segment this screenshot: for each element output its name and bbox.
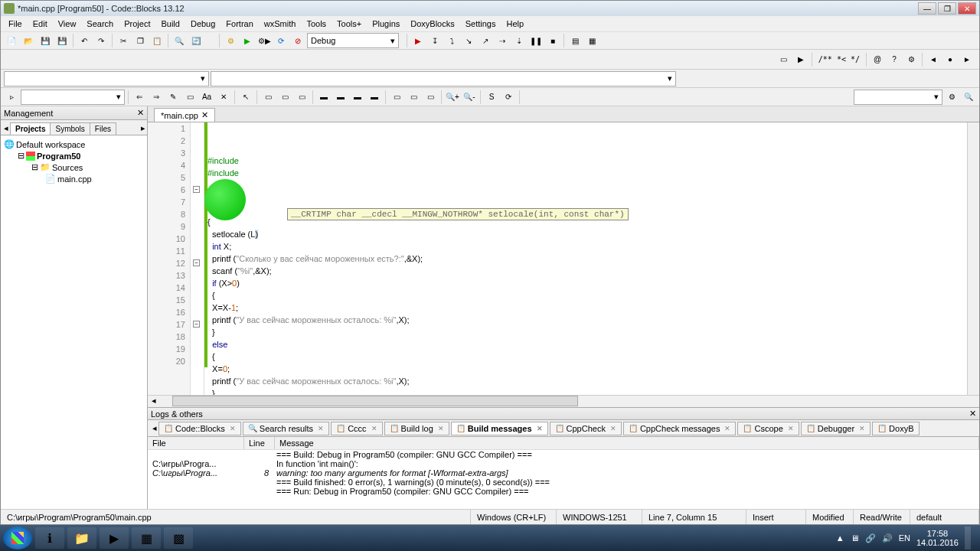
logs-col-file[interactable]: File [148, 437, 244, 449]
menu-wxsmith[interactable]: wxSmith [260, 18, 301, 30]
management-tab-nav-right[interactable]: ▸ [139, 122, 147, 135]
management-close-icon[interactable]: ✕ [137, 108, 144, 118]
task-widget-icon[interactable]: ▦ [132, 527, 161, 549]
doxy-icon[interactable]: ▭ [776, 52, 792, 67]
nav-back-button[interactable]: ◄ [926, 52, 941, 67]
menu-debug[interactable]: Debug [186, 18, 220, 30]
menu-doxyblocks[interactable]: DoxyBlocks [406, 18, 459, 30]
menu-search[interactable]: Search [82, 18, 118, 30]
return-block-icon[interactable]: ▭ [423, 90, 438, 105]
step-into-instr-button[interactable]: ⇣ [511, 33, 527, 48]
log-tab-buildmsg[interactable]: 📋Build messages✕ [451, 422, 548, 435]
cursor-icon[interactable]: ↖ [238, 90, 253, 105]
task-codeblocks-icon[interactable]: ▩ [164, 527, 193, 549]
info-button[interactable]: ▦ [584, 33, 599, 48]
log-tab-cppcheckmsg[interactable]: 📋CppCheck messages✕ [623, 422, 737, 435]
logs-close-icon[interactable]: ✕ [969, 409, 976, 419]
toggle-source-icon[interactable]: ▹ [4, 90, 19, 105]
search-icon[interactable]: 🔍 [961, 90, 976, 105]
build-run-button[interactable]: ⚙▶ [256, 33, 272, 48]
paste-button[interactable]: 📋 [149, 33, 165, 48]
logs-col-message[interactable]: Message [275, 437, 979, 449]
cut-button[interactable]: ✂ [116, 33, 131, 48]
doxy-help-icon[interactable]: ? [887, 52, 902, 67]
task-explorer-icon[interactable]: 📁 [67, 527, 96, 549]
editor-tab-close-icon[interactable]: ✕ [201, 110, 208, 120]
highlight-icon[interactable]: ✎ [165, 90, 181, 105]
tray-sound-icon[interactable]: 🔊 [882, 533, 893, 543]
open-button[interactable]: 📂 [21, 33, 36, 48]
run-to-cursor-button[interactable]: ↧ [427, 33, 443, 48]
gear-icon[interactable]: ⚙ [944, 90, 959, 105]
log-tab-cppcheck[interactable]: 📋CppCheck✕ [550, 422, 622, 435]
minimize-button[interactable]: — [918, 2, 936, 15]
scope-combo[interactable]: ▾ [4, 71, 209, 86]
copy-button[interactable]: ❐ [132, 33, 148, 48]
logs-tab-nav-left[interactable]: ◂ [151, 422, 158, 435]
horizontal-scrollbar[interactable]: ◂ [148, 395, 979, 407]
step-into-button[interactable]: ↘ [461, 33, 476, 48]
doxy-settings-icon[interactable]: ⚙ [903, 52, 919, 67]
nav-last-button[interactable]: ● [942, 52, 958, 67]
function-combo[interactable]: ▾ [211, 71, 676, 86]
fold-box-6[interactable]: − [193, 186, 200, 193]
tray-lang[interactable]: EN [899, 533, 910, 543]
close-button[interactable]: ✕ [958, 2, 976, 15]
save-button[interactable]: 💾 [38, 33, 53, 48]
build-button[interactable]: ⚙ [223, 33, 238, 48]
tree-sources[interactable]: ⊟📁Sources [4, 161, 144, 173]
jump-combo[interactable]: ▾ [21, 90, 125, 105]
project-tree[interactable]: 🌐Default workspace ⊟Program50 ⊟📁Sources … [1, 135, 147, 509]
menu-tools[interactable]: Tools [302, 18, 331, 30]
tab-projects[interactable]: Projects [10, 122, 51, 135]
tray-clock[interactable]: 17:58 14.01.2016 [916, 529, 959, 547]
tray-monitor-icon[interactable]: 🖥 [851, 533, 859, 543]
tab-symbols[interactable]: Symbols [50, 122, 90, 135]
log-tab-cccc[interactable]: 📋Cccc✕ [331, 422, 382, 435]
menu-settings[interactable]: Settings [461, 18, 501, 30]
clear-icon[interactable]: ✕ [216, 90, 231, 105]
maximize-button[interactable]: ❐ [938, 2, 956, 15]
logs-body[interactable]: File Line Message === Build: Debug in Pr… [148, 437, 979, 509]
menu-project[interactable]: Project [119, 18, 155, 30]
build-target-combo[interactable]: Debug▾ [307, 33, 399, 48]
show-desktop-button[interactable] [965, 527, 971, 549]
nav-forward-button[interactable]: ► [959, 52, 975, 67]
debug-windows-button[interactable]: ▤ [567, 33, 583, 48]
find-button[interactable]: 🔍 [172, 33, 187, 48]
fold-column[interactable]: − − − [191, 122, 204, 395]
layout4-icon[interactable]: ▬ [367, 90, 382, 105]
stop-debugger-button[interactable]: ■ [545, 33, 560, 48]
logs-col-line[interactable]: Line [244, 437, 275, 449]
replace-button[interactable]: 🔄 [188, 33, 204, 48]
select-icon[interactable]: ▭ [182, 90, 198, 105]
log-tab-doxy[interactable]: 📋DoxyB [872, 422, 919, 435]
save-all-button[interactable]: 💾 [54, 33, 70, 48]
tab-files[interactable]: Files [90, 122, 116, 135]
s-icon[interactable]: S [484, 90, 499, 105]
code-content[interactable]: #include #include int main (){ setlocale… [207, 122, 967, 395]
menu-fortran[interactable]: Fortran [221, 18, 257, 30]
break-block-icon[interactable]: ▭ [389, 90, 404, 105]
task-media-icon[interactable]: ▶ [100, 527, 129, 549]
layout1-icon[interactable]: ▬ [316, 90, 332, 105]
continue-block-icon[interactable]: ▭ [406, 90, 421, 105]
menu-build[interactable]: Build [156, 18, 184, 30]
menu-toolsplus[interactable]: Tools+ [332, 18, 366, 30]
refresh-icon[interactable]: ⟳ [501, 90, 516, 105]
widget3-icon[interactable]: ▭ [294, 90, 309, 105]
abort-button[interactable]: ⊘ [290, 33, 305, 48]
task-icon-1[interactable]: ℹ [35, 527, 64, 549]
match-case-icon[interactable]: Aa [199, 90, 214, 105]
step-out-button[interactable]: ↗ [478, 33, 493, 48]
undo-button[interactable]: ↶ [77, 33, 92, 48]
menu-view[interactable]: View [54, 18, 81, 30]
rebuild-button[interactable]: ⟳ [273, 33, 289, 48]
zoom-out-icon[interactable]: 🔍- [462, 90, 477, 105]
menu-help[interactable]: Help [501, 18, 528, 30]
menu-file[interactable]: File [4, 18, 27, 30]
tray-net-icon[interactable]: 🔗 [865, 533, 876, 543]
redo-button[interactable]: ↷ [93, 33, 109, 48]
management-tab-nav-left[interactable]: ◂ [2, 122, 10, 135]
log-tab-buildlog[interactable]: 📋Build log✕ [384, 422, 449, 435]
